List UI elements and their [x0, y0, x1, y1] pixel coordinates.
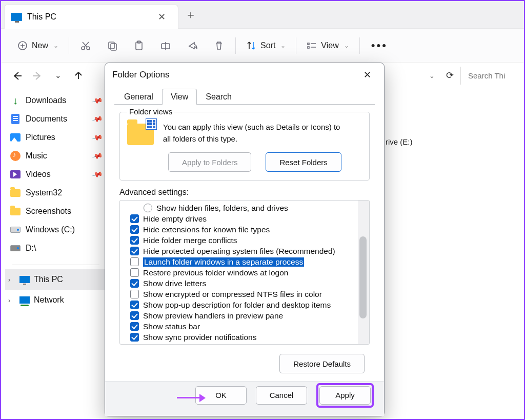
videos-icon — [10, 169, 21, 179]
tab-general[interactable]: General — [115, 89, 162, 105]
drive-icon — [10, 243, 21, 253]
pin-icon: 📌 — [91, 113, 103, 125]
advanced-setting-item[interactable]: Show preview handlers in preview pane — [130, 310, 356, 321]
recent-button[interactable]: ⌄ — [49, 67, 67, 84]
download-icon: ↓ — [10, 95, 21, 106]
folder-views-group: Folder views You can apply this view (su… — [119, 112, 370, 181]
radio-icon[interactable] — [144, 204, 152, 212]
search-input[interactable]: Search Thi — [460, 67, 517, 85]
new-button[interactable]: New ⌄ — [10, 35, 66, 56]
sidebar-item-screenshots[interactable]: Screenshots — [5, 202, 109, 221]
apply-button[interactable]: Apply — [319, 386, 371, 405]
sidebar-item-videos[interactable]: Videos📌 — [5, 165, 109, 184]
up-button[interactable] — [70, 67, 87, 84]
sidebar-item-system32[interactable]: System32 — [5, 184, 109, 202]
delete-button[interactable] — [206, 35, 232, 56]
checkbox-icon[interactable] — [130, 268, 139, 277]
advanced-setting-label: Hide extensions for known file types — [143, 225, 270, 234]
checkbox-icon[interactable] — [130, 333, 139, 342]
clipboard-icon — [134, 41, 144, 51]
scrollbar[interactable] — [358, 201, 369, 344]
advanced-setting-label: Show hidden files, folders, and drives — [156, 204, 288, 213]
reset-folders-button[interactable]: Reset Folders — [266, 152, 341, 172]
tab-this-pc[interactable]: This PC ✕ — [4, 4, 178, 29]
checkbox-icon[interactable] — [130, 257, 139, 266]
forward-button[interactable] — [29, 67, 46, 84]
advanced-setting-item[interactable]: Show drive letters — [130, 278, 356, 289]
cancel-button[interactable]: Cancel — [256, 386, 307, 405]
advanced-setting-label: Show encrypted or compressed NTFS files … — [143, 290, 322, 299]
advanced-setting-item[interactable]: Launch folder windows in a separate proc… — [130, 256, 356, 267]
new-tab-button[interactable]: ＋ — [178, 1, 203, 28]
more-button[interactable]: ••• — [363, 35, 396, 56]
advanced-setting-label: Hide protected operating system files (R… — [143, 247, 335, 256]
checkbox-icon[interactable] — [130, 301, 139, 309]
music-icon — [10, 151, 21, 161]
advanced-setting-label: Hide folder merge conflicts — [143, 236, 237, 245]
dialog-title: Folder Options — [112, 70, 170, 80]
sidebar-item-music[interactable]: Music📌 — [5, 147, 109, 165]
dialog-title-bar: Folder Options ✕ — [105, 63, 384, 87]
scrollbar-thumb[interactable] — [359, 236, 367, 318]
advanced-setting-item[interactable]: Show sync provider notifications — [130, 332, 356, 343]
checkbox-icon[interactable] — [130, 236, 139, 245]
sidebar-item-downloads[interactable]: ↓Downloads📌 — [5, 91, 109, 110]
drive-e-label[interactable]: rive (E:) — [386, 137, 413, 146]
advanced-setting-item[interactable]: Hide folder merge conflicts — [130, 235, 356, 246]
sort-button[interactable]: Sort ⌄ — [239, 35, 293, 56]
cut-button[interactable] — [72, 35, 99, 56]
restore-defaults-button[interactable]: Restore Defaults — [279, 354, 365, 373]
sidebar-item-d[interactable]: D:\ — [5, 239, 109, 257]
pictures-icon — [10, 132, 21, 143]
checkbox-icon[interactable] — [130, 322, 139, 331]
share-button[interactable] — [179, 35, 206, 56]
checkbox-icon[interactable] — [130, 225, 139, 234]
advanced-settings-label: Advanced settings: — [119, 188, 375, 197]
view-button[interactable]: View ⌄ — [299, 35, 356, 56]
tab-view[interactable]: View — [162, 89, 197, 105]
checkbox-icon[interactable] — [130, 290, 139, 298]
advanced-setting-item[interactable]: Hide extensions for known file types — [130, 224, 356, 235]
checkbox-icon[interactable] — [130, 214, 139, 223]
advanced-setting-item[interactable]: Restore previous folder windows at logon — [130, 267, 356, 278]
advanced-setting-item[interactable]: Show pop-up description for folder and d… — [130, 299, 356, 310]
sidebar-item-pictures[interactable]: Pictures📌 — [5, 128, 109, 147]
breadcrumb-chevron-icon[interactable]: ⌄ — [429, 72, 435, 79]
pin-icon: 📌 — [91, 169, 103, 180]
svg-rect-9 — [308, 47, 309, 48]
paste-button[interactable] — [126, 35, 152, 56]
chevron-right-icon: › — [8, 296, 15, 304]
arrow-up-icon — [74, 71, 83, 80]
chevron-right-icon: › — [8, 276, 15, 284]
refresh-button[interactable]: ⟳ — [442, 70, 457, 81]
copy-button[interactable] — [99, 35, 126, 56]
tab-search[interactable]: Search — [197, 89, 240, 105]
advanced-setting-label: Show pop-up description for folder and d… — [143, 301, 331, 310]
advanced-setting-item[interactable]: Show encrypted or compressed NTFS files … — [130, 289, 356, 299]
back-button[interactable] — [8, 67, 26, 84]
rename-button[interactable] — [152, 35, 179, 56]
dialog-close-button[interactable]: ✕ — [357, 65, 377, 85]
share-icon — [187, 41, 197, 51]
dialog-footer: OK Cancel Apply — [105, 381, 384, 416]
copy-icon — [107, 41, 117, 51]
advanced-setting-item[interactable]: Show status bar — [130, 321, 356, 332]
command-bar: New ⌄ Sort ⌄ View ⌄ ••• — [1, 29, 524, 63]
advanced-setting-item[interactable]: Hide protected operating system files (R… — [130, 246, 356, 256]
this-pc-icon — [19, 274, 30, 285]
advanced-setting-label: Show status bar — [143, 322, 200, 331]
sidebar-item-documents[interactable]: Documents📌 — [5, 110, 109, 128]
tree-this-pc[interactable]: ›This PC — [5, 269, 109, 290]
tab-close-icon[interactable]: ✕ — [153, 11, 170, 23]
advanced-setting-item[interactable]: Hide empty drives — [130, 213, 356, 224]
checkbox-icon[interactable] — [130, 247, 139, 255]
sidebar-item-windows-c[interactable]: Windows (C:) — [5, 221, 109, 239]
new-icon — [17, 41, 28, 51]
tree-network[interactable]: ›Network — [5, 290, 109, 310]
checkbox-icon[interactable] — [130, 311, 139, 320]
checkbox-icon[interactable] — [130, 279, 139, 288]
advanced-setting-item[interactable]: Show hidden files, folders, and drives — [130, 203, 356, 213]
folder-views-icon — [127, 124, 154, 145]
advanced-setting-label: Show drive letters — [143, 279, 206, 288]
advanced-setting-label: Launch folder windows in a separate proc… — [143, 257, 304, 267]
